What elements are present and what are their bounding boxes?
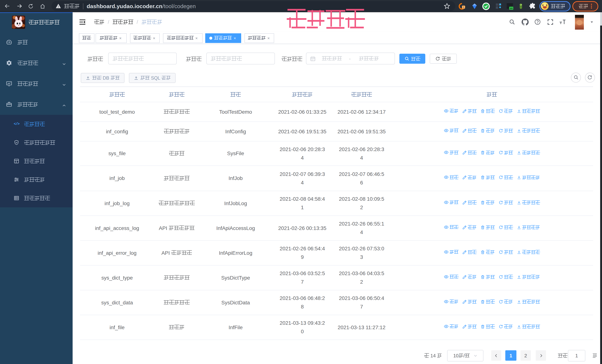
- svg-text:1: 1: [463, 6, 464, 9]
- svg-text:on: on: [510, 7, 513, 10]
